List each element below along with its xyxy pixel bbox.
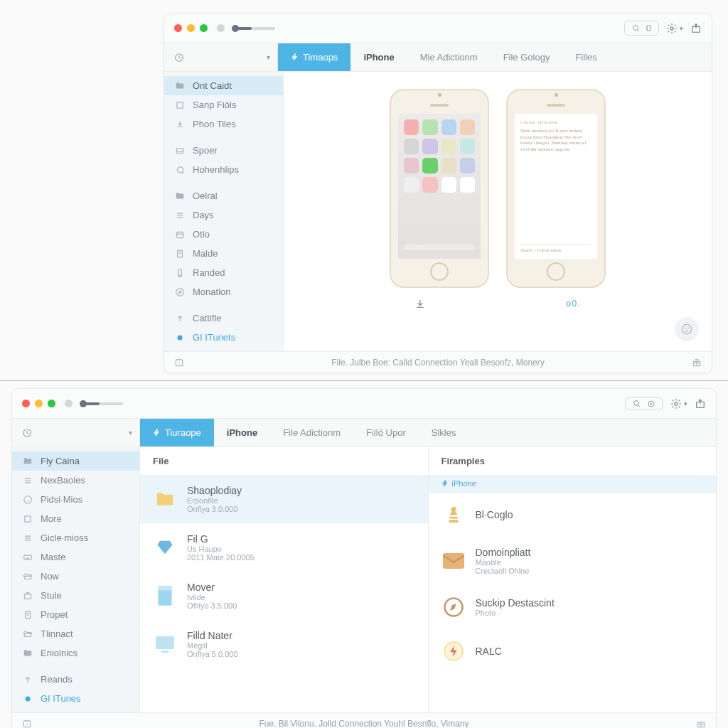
- zoom-icon[interactable]: [48, 400, 55, 407]
- titlebar: ▾: [12, 389, 716, 419]
- sidebar-item-label: Malde: [193, 248, 218, 259]
- list-item[interactable]: Suckip DestascintPhoto: [429, 585, 717, 629]
- tab-timaops[interactable]: Timaops: [278, 43, 350, 71]
- sidebar-item-gicle-mioss[interactable]: Gicle·mioss: [12, 528, 139, 547]
- action-right-label[interactable]: ᴏ0.: [566, 299, 580, 309]
- minimize-icon[interactable]: [187, 24, 195, 32]
- export-button[interactable]: [690, 23, 702, 34]
- svg-line-1: [637, 29, 639, 31]
- sync-icon: [174, 53, 184, 63]
- sidebar-item-reands[interactable]: Reands: [12, 670, 139, 689]
- zoom-icon[interactable]: [200, 24, 208, 32]
- folderopen-icon: [22, 572, 33, 582]
- download-button[interactable]: [414, 298, 426, 309]
- tab-iphone[interactable]: iPhone: [350, 43, 407, 71]
- list-item[interactable]: Fil GUs Haupo2011 Mate 20.0005: [140, 523, 428, 572]
- svg-point-2: [670, 27, 673, 30]
- tab-filles[interactable]: Filles: [562, 43, 609, 71]
- sidebar-item-fly-caina[interactable]: Fly Caina: [12, 451, 139, 471]
- screen-icon: [153, 632, 177, 656]
- sidebar-item-malde[interactable]: Malde: [164, 244, 283, 263]
- download-alt-icon: [174, 119, 186, 129]
- tab-slkles[interactable]: Slkles: [419, 419, 469, 446]
- sidebar-item-label: Randed: [193, 267, 225, 278]
- tab-tiuraope[interactable]: Tiuraope: [140, 419, 214, 446]
- chat-icon: [174, 165, 186, 175]
- tab-mie-adictionm[interactable]: Mie Adictionm: [407, 43, 491, 71]
- close-icon[interactable]: [22, 400, 30, 407]
- phone-icon: [174, 268, 186, 278]
- tab-iphone[interactable]: iPhone: [214, 419, 270, 446]
- sidebar-item-cattifle[interactable]: Cattifle: [164, 309, 283, 328]
- sidebar-item-label: Reands: [41, 674, 73, 685]
- search-input[interactable]: [625, 397, 663, 410]
- tab-fill-upor[interactable]: Fillö Upor: [353, 419, 419, 446]
- list-item[interactable]: DomoinpliattMaobleCrectaoll Ohlne: [429, 537, 717, 585]
- svg-point-15: [688, 328, 689, 328]
- search-input[interactable]: 0: [624, 21, 659, 36]
- sidebar-item-ont-caidt[interactable]: Ont Caidt: [164, 76, 283, 95]
- sidebar-item-pidsi-mios[interactable]: Pidsi·Mios: [12, 490, 139, 509]
- sidebar-item-hohenhlips[interactable]: Hohenhlips: [164, 160, 283, 179]
- briefcase-icon: [22, 591, 33, 601]
- sidebar-item-gi-itunets[interactable]: GI ITunets: [164, 328, 283, 347]
- uparrow-icon: [174, 314, 186, 323]
- sidebar-item-randed[interactable]: Randed: [164, 263, 283, 282]
- status-text: File. Julbe Boe: Calld Connection Yeall …: [331, 358, 545, 368]
- sidebar-item-monatlon[interactable]: Monatlon: [164, 282, 283, 301]
- export-icon: [690, 23, 702, 34]
- progress-slider[interactable]: [84, 402, 123, 405]
- export-button[interactable]: [695, 398, 706, 410]
- iphone-preview-home: [390, 89, 489, 288]
- sidebar-item-eniolnics[interactable]: Eniolnics: [12, 643, 139, 663]
- calendar-icon: [22, 719, 32, 729]
- svg-point-22: [675, 402, 678, 405]
- compass-o-icon: [441, 595, 466, 619]
- window-controls[interactable]: [174, 24, 225, 32]
- settings-button[interactable]: ▾: [666, 23, 683, 34]
- window-controls[interactable]: [22, 400, 73, 407]
- sidebar-item-label: Spoer: [193, 145, 218, 156]
- lightning-icon: [291, 53, 299, 61]
- list-item[interactable]: Filld NaterMegillOnflya 5.0.000: [140, 620, 428, 668]
- list-item[interactable]: RALC: [429, 629, 717, 673]
- tab-file-gology[interactable]: File Gology: [491, 43, 563, 71]
- svg-point-30: [26, 696, 31, 701]
- sidebar-item-propet[interactable]: Propet: [12, 605, 139, 624]
- sidebar-item-nexbaoles[interactable]: NexBaoles: [12, 471, 139, 490]
- list-item[interactable]: Bl·Coglo: [429, 493, 717, 537]
- sidebar-item-now[interactable]: Now: [12, 567, 139, 586]
- settings-button[interactable]: ▾: [670, 398, 687, 410]
- sidebar-item-phon-tiles[interactable]: Phon Tiles: [164, 114, 283, 134]
- statusbar: File. Julbe Boe: Calld Connection Yeall …: [164, 351, 712, 373]
- progress-slider[interactable]: [236, 27, 275, 30]
- emoji-fab[interactable]: [675, 317, 699, 341]
- list-item[interactable]: ShaoplodiayErponfileOnflya 3.0.000: [140, 475, 428, 523]
- sidebar-item-oelral[interactable]: Oelral: [164, 186, 283, 205]
- sidebar-item-tlinnact[interactable]: Tlinnact: [12, 624, 139, 643]
- folderopen-icon: [22, 629, 33, 639]
- lines-icon: [22, 476, 33, 486]
- list-item[interactable]: MoverIvlideOflilyo 3.5.000: [140, 572, 428, 620]
- note-header: s Syme · Duntusine: [520, 119, 592, 125]
- iphone-chip[interactable]: iPhone: [429, 475, 717, 493]
- sidebar-item-days[interactable]: Days: [164, 205, 283, 225]
- close-icon[interactable]: [174, 24, 182, 32]
- sidebar-item-maste[interactable]: Maste: [12, 547, 139, 567]
- tab-file-adictionm[interactable]: File Adictionm: [270, 419, 353, 446]
- sidebar-item-sanp-fi-ls[interactable]: Sanp Fiöls: [164, 95, 283, 114]
- sidebar-item-more[interactable]: More: [12, 509, 139, 528]
- sidebar-item-label: Pidsi·Mios: [41, 494, 82, 505]
- device-selector[interactable]: ▾: [164, 43, 278, 71]
- device-selector[interactable]: ▾: [12, 419, 140, 446]
- gear-icon: [666, 23, 678, 34]
- sidebar-item-stule[interactable]: Stule: [12, 586, 139, 605]
- gift-icon: [696, 719, 706, 729]
- pawn-icon: [441, 503, 466, 527]
- gem-icon: [153, 535, 177, 560]
- minimize-icon[interactable]: [35, 400, 43, 407]
- titlebar: 0 ▾: [164, 14, 712, 43]
- sidebar-item-gi-itunes[interactable]: GI ITunes: [12, 689, 139, 708]
- sidebar-item-otlo[interactable]: Otlo: [164, 225, 283, 244]
- sidebar-item-spoer[interactable]: Spoer: [164, 141, 283, 160]
